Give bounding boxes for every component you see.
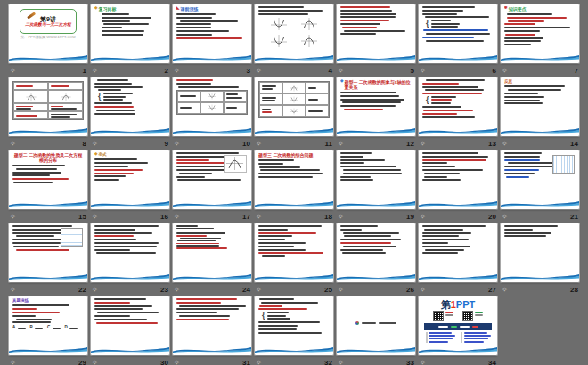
animation-star-icon[interactable]: ✧ [502, 214, 508, 221]
slide-thumbnail-14[interactable]: 反思 ✧ 14 [501, 77, 579, 150]
slide-thumbnail-4[interactable]: ✧ 4 [255, 4, 333, 77]
animation-star-icon[interactable]: ✧ [256, 68, 262, 75]
text-block [422, 6, 494, 18]
text-block [176, 13, 248, 39]
slide-thumbnail-25[interactable]: ✧ 25 [255, 223, 333, 296]
text-block [258, 225, 330, 257]
wave-footer-decoration [173, 346, 251, 353]
pseudo-text-line [340, 242, 391, 244]
animation-star-icon[interactable]: ✧ [502, 141, 508, 148]
pseudo-text-line [340, 166, 396, 167]
slide-thumbnail-31[interactable]: ✧ 31 [173, 296, 251, 365]
animation-star-icon[interactable]: ✧ [502, 287, 508, 294]
animation-star-icon[interactable]: ✧ [10, 68, 16, 75]
animation-star-icon[interactable]: ✧ [10, 214, 16, 221]
slide-number: 27 [488, 287, 496, 294]
animation-star-icon[interactable]: ✧ [174, 360, 180, 365]
block-side-label [426, 332, 428, 343]
slide-thumbnail-26[interactable]: ✧ 26 [337, 223, 415, 296]
slide-content: { [94, 79, 166, 125]
slide-thumbnail-8[interactable]: ✧ 8 [9, 77, 87, 150]
animation-star-icon[interactable]: ✧ [338, 141, 344, 148]
slide-number: 20 [488, 214, 496, 221]
animation-star-icon[interactable]: ✧ [10, 141, 16, 148]
slide-thumbnail-32[interactable]: { ✧ 32 [255, 296, 333, 365]
thumbnail-meta: ✧ 23 [91, 284, 169, 296]
animation-star-icon[interactable]: ✧ [10, 360, 16, 365]
watermark-text: 第一PPT模板网 WWW.1PPT.COM [12, 35, 84, 39]
animation-star-icon[interactable]: ✧ [338, 68, 344, 75]
pseudo-text-line [504, 30, 540, 32]
animation-star-icon[interactable]: ✧ [256, 141, 262, 148]
animation-star-icon[interactable]: ✧ [420, 360, 426, 365]
animation-star-icon[interactable]: ✧ [338, 287, 344, 294]
slide-thumbnail-33[interactable]: ✧ 33 [337, 296, 415, 365]
slide-canvas [255, 77, 333, 136]
slide-thumbnail-13[interactable]: { ✧ 13 [419, 77, 497, 150]
slide-thumbnail-18[interactable]: 题型三 二次函数的综合问题 ✧ 18 [255, 150, 333, 223]
pseudo-text-line [262, 100, 275, 101]
slide-thumbnail-24[interactable]: ✧ 24 [173, 223, 251, 296]
slide-thumbnail-11[interactable]: ✧ 11 [255, 77, 333, 150]
slide-thumbnail-16[interactable]: ◆变式 ✧ 16 [91, 150, 169, 223]
slide-thumbnail-27[interactable]: ✧ 27 [419, 223, 497, 296]
animation-star-icon[interactable]: ✧ [256, 214, 262, 221]
pseudo-text-line [180, 238, 221, 239]
slide-thumbnail-29[interactable]: 真题演练A.B.C.D. ✧ 29 [9, 296, 87, 365]
slide-thumbnail-23[interactable]: ✧ 23 [91, 223, 169, 296]
slide-number: 1 [83, 68, 86, 75]
slide-thumbnail-1[interactable]: 第9讲二次函数与一元二次方程第一PPT模板网 WWW.1PPT.COM ✧ 1 [9, 4, 87, 77]
animation-star-icon[interactable]: ✧ [338, 214, 344, 221]
animation-star-icon[interactable]: ✧ [174, 287, 180, 294]
animation-star-icon[interactable]: ✧ [420, 214, 426, 221]
pseudo-text-line [12, 312, 60, 313]
animation-star-icon[interactable]: ✧ [92, 141, 98, 148]
animation-star-icon[interactable]: ✧ [256, 360, 262, 365]
pseudo-text-line [259, 305, 282, 307]
wave-footer-decoration [91, 346, 169, 353]
pseudo-text-line [422, 116, 475, 118]
animation-star-icon[interactable]: ✧ [174, 214, 180, 221]
answer-option: A. [12, 326, 26, 330]
animation-star-icon[interactable]: ✧ [10, 287, 16, 294]
thumbnail-meta: ✧ 6 [419, 65, 497, 77]
slide-thumbnail-12[interactable]: ◆题型一 二次函数的图象与x轴的位置关系 ✧ 12 [337, 77, 415, 150]
thumbnail-meta: ✧ 22 [9, 284, 87, 296]
slide-canvas [9, 223, 87, 282]
slide-thumbnail-20[interactable]: ✧ 20 [419, 150, 497, 223]
slide-thumbnail-7[interactable]: ✱知识要点 ✧ 7 [501, 4, 579, 77]
slide-thumbnail-5[interactable]: ✧ 5 [337, 4, 415, 77]
slide-thumbnail-10[interactable]: ✧ 10 [173, 77, 251, 150]
animation-star-icon[interactable]: ✧ [420, 287, 426, 294]
slide-canvas [501, 223, 579, 282]
animation-star-icon[interactable]: ✧ [256, 287, 262, 294]
pseudo-text-line [176, 245, 219, 247]
slide-thumbnail-17[interactable]: ✧ 17 [173, 150, 251, 223]
animation-star-icon[interactable]: ✧ [92, 214, 98, 221]
slide-thumbnail-9[interactable]: { ✧ 9 [91, 77, 169, 150]
slide-canvas: 题型三 二次函数的综合问题 [255, 150, 333, 209]
animation-star-icon[interactable]: ✧ [420, 68, 426, 75]
slide-thumbnail-19[interactable]: ✧ 19 [337, 150, 415, 223]
slide-thumbnail-3[interactable]: ◣课前演练 ✧ 3 [173, 4, 251, 77]
slide-thumbnail-2[interactable]: ◆复习目标 ✧ 2 [91, 4, 169, 77]
pseudo-text-line [94, 302, 130, 304]
slide-thumbnail-28[interactable]: ✧ 28 [501, 223, 579, 296]
slide-canvas [9, 77, 87, 136]
animation-star-icon[interactable]: ✧ [338, 360, 344, 365]
animation-star-icon[interactable]: ✧ [92, 287, 98, 294]
slide-thumbnail-22[interactable]: ✧ 22 [9, 223, 87, 296]
slide-thumbnail-21[interactable]: ✧ 21 [501, 150, 579, 223]
animation-star-icon[interactable]: ✧ [92, 68, 98, 75]
pseudo-text-line [13, 182, 53, 183]
pseudo-text-line [445, 312, 453, 313]
animation-star-icon[interactable]: ✧ [502, 68, 508, 75]
slide-thumbnail-6[interactable]: { ✧ 6 [419, 4, 497, 77]
animation-star-icon[interactable]: ✧ [174, 68, 180, 75]
slide-thumbnail-15[interactable]: 题型二 二次函数的性质及二次方程根的分布 ✧ 15 [9, 150, 87, 223]
animation-star-icon[interactable]: ✧ [420, 141, 426, 148]
animation-star-icon[interactable]: ✧ [92, 360, 98, 365]
animation-star-icon[interactable]: ✧ [174, 141, 180, 148]
slide-thumbnail-34[interactable]: 第1PPT ✧ 34 [419, 296, 497, 365]
slide-thumbnail-30[interactable]: ✧ 30 [91, 296, 169, 365]
